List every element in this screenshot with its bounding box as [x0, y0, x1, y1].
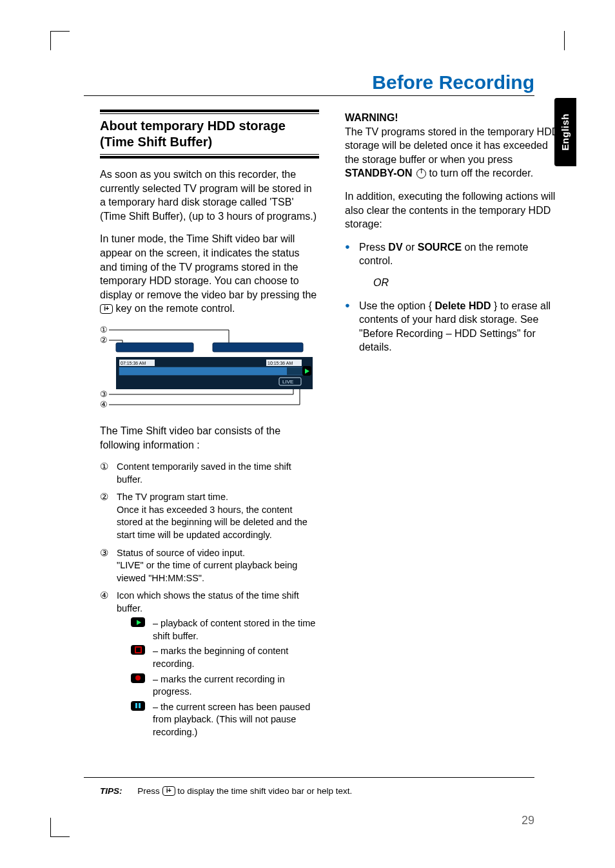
icon-legend-pause: – the current screen has been paused fro… — [117, 701, 319, 739]
legend-num-2: ② — [100, 491, 108, 504]
bullet1-or: or — [403, 242, 418, 253]
legend-list: ① Content temporarily saved in the time … — [100, 461, 319, 738]
or-label: OR — [373, 276, 564, 290]
legend-text-3: Status of source of video input. "LIVE" … — [117, 548, 297, 583]
icon-legend-play-text: – playback of content stored in the time… — [153, 618, 315, 641]
section-heading: About temporary HDD storage (Time Shift … — [100, 118, 319, 150]
tips-text-b: to display the time shift video bar or h… — [175, 786, 353, 796]
diagram-label-2: ② — [100, 335, 108, 345]
legend-item-3: ③ Status of source of video input. "LIVE… — [100, 547, 319, 585]
warning-text-b: to turn off the recorder. — [426, 168, 533, 178]
crop-mark-tr — [564, 31, 565, 50]
page-title: Before Recording — [372, 70, 534, 96]
diagram-time-left: 07:15:36 AM — [121, 361, 146, 365]
info-key-icon — [100, 304, 113, 314]
footer-rule — [84, 777, 534, 778]
crop-mark-bl — [50, 818, 70, 837]
crop-mark-tl — [50, 31, 70, 50]
diagram-label-4: ④ — [100, 400, 108, 409]
tips-text-a: Press — [137, 786, 162, 796]
page-number: 29 — [522, 813, 534, 828]
standby-key-label: STANDBY-ON — [345, 168, 413, 178]
legend-num-1: ① — [100, 461, 108, 474]
record-mark-icon — [131, 645, 145, 655]
action-bullet-list: Press DV or SOURCE on the remote control… — [345, 240, 564, 354]
intro-paragraph-2: In tuner mode, the Time Shift video bar … — [100, 232, 319, 316]
icon-legend-rec-text: – marks the current recording in progres… — [153, 674, 285, 697]
section-rule-bottom-thin — [100, 154, 319, 155]
info-key-icon-footer — [162, 786, 175, 796]
diagram-live-label: LIVE — [282, 379, 293, 385]
warning-label: WARNING! — [345, 112, 398, 123]
title-rule — [84, 95, 534, 96]
icon-legend-mark: – marks the beginning of content recordi… — [117, 645, 319, 670]
legend-num-4: ④ — [100, 590, 108, 603]
bullet2-key: Delete HDD — [434, 300, 491, 311]
legend-item-2: ② The TV program start time. Once it has… — [100, 491, 319, 541]
diagram-time-right: 10:15:36 AM — [268, 361, 293, 365]
svg-rect-14 — [119, 367, 287, 375]
bullet1-a: Press — [359, 242, 388, 253]
bullet1-source: SOURCE — [418, 242, 462, 253]
warning-text-a: The TV programs stored in the temporary … — [345, 126, 559, 165]
bullet1-dv: DV — [388, 242, 402, 253]
right-paragraph-2: In addition, executing the following act… — [345, 189, 564, 231]
diagram-label-1: ① — [100, 325, 108, 334]
diagram-label-3: ③ — [100, 389, 108, 399]
content-area: About temporary HDD storage (Time Shift … — [100, 110, 564, 744]
intro-text-2a: In tuner mode, the Time Shift video bar … — [100, 233, 317, 300]
legend-item-4: ④ Icon which shows the status of the tim… — [100, 590, 319, 738]
intro-text-2b: key on the remote control. — [113, 303, 235, 314]
icon-legend-play: – playback of content stored in the time… — [117, 617, 319, 642]
left-column: About temporary HDD storage (Time Shift … — [100, 110, 319, 744]
icon-legend-mark-text: – marks the beginning of content recordi… — [153, 646, 288, 669]
play-icon — [131, 617, 145, 627]
section-rule-bottom-thick — [100, 156, 319, 159]
legend-text-2: The TV program start time. Once it has e… — [117, 492, 308, 540]
intro-paragraph-3: The Time Shift video bar consists of the… — [100, 424, 319, 452]
legend-text-1: Content temporarily saved in the time sh… — [117, 461, 291, 485]
tips-label: TIPS: — [100, 786, 122, 796]
standby-icon — [416, 169, 426, 178]
right-column: WARNING! The TV programs stored in the t… — [345, 110, 564, 744]
tips-line: TIPS: Press to display the time shift vi… — [100, 786, 534, 797]
intro-paragraph-1: As soon as you switch on this recorder, … — [100, 168, 319, 223]
pause-icon — [131, 701, 145, 711]
intro-text-1: As soon as you switch on this recorder, … — [100, 169, 317, 222]
legend-text-4: Icon which shows the status of the time … — [117, 590, 299, 613]
bullet2-a: Use the option { — [359, 300, 434, 311]
record-icon — [131, 673, 145, 683]
bullet-item-2: Use the option { Delete HDD } to erase a… — [345, 299, 564, 354]
icon-legend-list: – playback of content stored in the time… — [117, 617, 319, 738]
section-rule-top-thin — [100, 113, 319, 114]
icon-legend-pause-text: – the current screen has been paused fro… — [153, 702, 310, 737]
warning-block: WARNING! The TV programs stored in the t… — [345, 111, 564, 180]
time-shift-diagram: ① ② ③ ④ 07:15:36 AM — [100, 325, 319, 415]
section-rule-top-thick — [100, 110, 319, 112]
svg-rect-9 — [213, 343, 303, 352]
svg-rect-8 — [116, 343, 193, 352]
legend-item-1: ① Content temporarily saved in the time … — [100, 461, 319, 486]
bullet-item-1: Press DV or SOURCE on the remote control… — [345, 240, 564, 290]
legend-num-3: ③ — [100, 547, 108, 560]
icon-legend-rec: – marks the current recording in progres… — [117, 673, 319, 699]
